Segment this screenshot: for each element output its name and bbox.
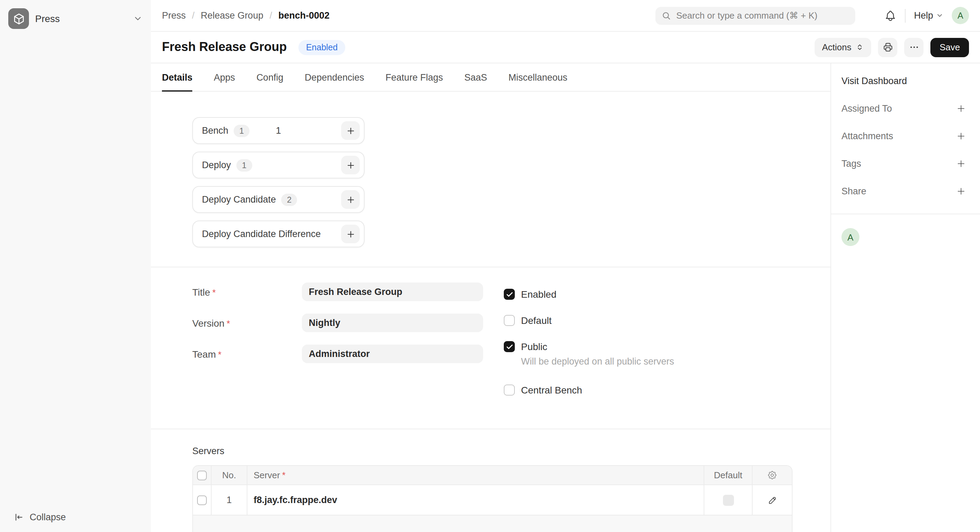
tab-dependencies[interactable]: Dependencies [305, 64, 364, 91]
assigned-to-row: Assigned To [842, 103, 966, 114]
breadcrumb-item-press[interactable]: Press [162, 10, 186, 21]
tab-apps[interactable]: Apps [214, 64, 235, 91]
default-cell-checkbox[interactable] [722, 494, 733, 505]
tab-feature-flags[interactable]: Feature Flags [386, 64, 443, 91]
print-button[interactable] [878, 38, 898, 57]
row-number: 1 [212, 485, 247, 515]
deploy-candidate-link-card[interactable]: Deploy Candidate 2 [192, 186, 364, 213]
connections-section: Bench 1 1 Deploy 1 [151, 92, 830, 267]
page-title: Fresh Release Group [162, 40, 287, 54]
sidebar-collapse-button[interactable]: Collapse [5, 509, 145, 525]
public-help-text: Will be deployed on all public servers [521, 356, 674, 367]
team-field[interactable] [302, 345, 483, 363]
central-bench-checkbox[interactable] [504, 384, 515, 395]
count-badge: 1 [234, 124, 250, 137]
enabled-label: Enabled [521, 289, 557, 300]
plus-icon [345, 160, 355, 170]
more-options-button[interactable] [905, 38, 924, 57]
collapse-label: Collapse [30, 512, 66, 522]
plus-icon [345, 229, 355, 239]
viewer-avatar[interactable]: A [842, 228, 859, 246]
title-field[interactable] [302, 283, 483, 301]
tab-details[interactable]: Details [162, 64, 192, 91]
link-label: Deploy Candidate Difference [202, 229, 321, 239]
tab-saas[interactable]: SaaS [464, 64, 487, 91]
breadcrumb-item-current: bench-0002 [278, 10, 330, 21]
deploy-candidate-add-button[interactable] [341, 190, 360, 209]
left-sidebar: Press Collapse [0, 0, 151, 532]
tab-miscellaneous[interactable]: Miscellaneous [509, 64, 568, 91]
panel-divider [831, 214, 980, 214]
notifications-bell-icon[interactable] [884, 9, 897, 22]
plus-icon [956, 103, 966, 114]
check-icon [506, 291, 513, 298]
add-tag-button[interactable] [956, 159, 966, 169]
link-label: Deploy [202, 160, 231, 170]
required-mark: * [218, 349, 221, 359]
plus-icon [956, 131, 966, 141]
share-row: Share [842, 186, 966, 196]
link-extra-value: 1 [276, 125, 281, 136]
top-bar: Press / Release Group / bench-0002 [151, 0, 980, 32]
assigned-to-label: Assigned To [842, 103, 892, 114]
add-attachment-button[interactable] [956, 131, 966, 141]
chevron-down-icon [133, 14, 143, 24]
server-name-cell[interactable]: f8.jay.fc.frappe.dev [254, 495, 337, 505]
selector-chevrons-icon [856, 43, 864, 51]
breadcrumb-item-release-group[interactable]: Release Group [201, 10, 264, 21]
column-header-default: Default [704, 466, 752, 484]
count-badge: 1 [236, 159, 252, 171]
count-badge: 2 [282, 193, 297, 206]
public-checkbox-row[interactable]: Public [504, 341, 674, 352]
search-icon [662, 11, 671, 20]
table-settings-gear-icon[interactable] [767, 470, 777, 480]
deploy-add-button[interactable] [341, 156, 360, 174]
save-button[interactable]: Save [931, 38, 969, 57]
public-checkbox[interactable] [504, 341, 515, 352]
actions-dropdown-button[interactable]: Actions [814, 38, 871, 57]
deploy-link-card[interactable]: Deploy 1 [192, 152, 364, 178]
form-scroll-area: Bench 1 1 Deploy 1 [151, 92, 830, 532]
select-all-checkbox[interactable] [197, 470, 207, 480]
document-content: Details Apps Config Dependencies Feature… [151, 64, 830, 532]
default-label: Default [521, 315, 552, 326]
ellipsis-icon [909, 42, 920, 52]
bench-add-button[interactable] [341, 121, 360, 140]
servers-table-footer [193, 516, 792, 532]
enabled-checkbox-row[interactable]: Enabled [504, 289, 674, 300]
deploy-candidate-difference-add-button[interactable] [341, 225, 360, 243]
share-add-button[interactable] [956, 186, 966, 196]
help-menu[interactable]: Help [914, 10, 943, 21]
servers-section: Servers No. Server* Default [151, 429, 830, 532]
workspace-switcher[interactable]: Press [5, 6, 145, 31]
public-label: Public [521, 341, 547, 352]
tab-config[interactable]: Config [256, 64, 283, 91]
version-field[interactable] [302, 314, 483, 332]
bench-link-card[interactable]: Bench 1 1 [192, 117, 364, 144]
global-search[interactable] [655, 6, 855, 24]
help-label: Help [914, 10, 933, 21]
main-column: Press / Release Group / bench-0002 [151, 0, 980, 532]
header-divider [905, 9, 905, 22]
version-field-label: Version* [192, 318, 302, 329]
central-bench-label: Central Bench [521, 384, 582, 395]
search-input[interactable] [676, 10, 849, 21]
enabled-checkbox[interactable] [504, 289, 515, 300]
servers-section-label: Servers [192, 446, 830, 456]
document-side-panel: Visit Dashboard Assigned To Attachments … [830, 64, 980, 532]
default-checkbox[interactable] [504, 315, 515, 326]
add-assignment-button[interactable] [956, 103, 966, 114]
app-window: Press Collapse Press / Release Group / b… [0, 0, 980, 532]
required-mark: * [212, 287, 216, 297]
status-badge: Enabled [298, 40, 345, 55]
central-bench-checkbox-row[interactable]: Central Bench [504, 384, 674, 395]
deploy-candidate-difference-link-card[interactable]: Deploy Candidate Difference [192, 221, 364, 248]
user-avatar[interactable]: A [952, 7, 969, 24]
visit-dashboard-link[interactable]: Visit Dashboard [842, 76, 966, 86]
edit-row-pencil-icon[interactable] [767, 495, 777, 505]
server-table-row[interactable]: 1 f8.jay.fc.frappe.dev [193, 485, 792, 516]
servers-table: No. Server* Default [192, 465, 792, 532]
printer-icon [883, 42, 893, 52]
default-checkbox-row[interactable]: Default [504, 315, 674, 326]
row-select-checkbox[interactable] [197, 495, 207, 505]
